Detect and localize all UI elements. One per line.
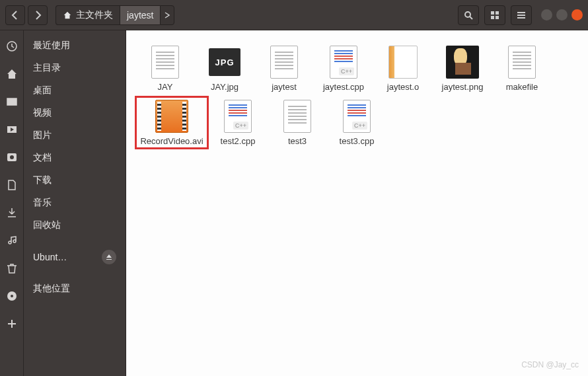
file-item[interactable]: makefile (492, 42, 552, 95)
close-button[interactable] (571, 9, 583, 20)
eject-icon[interactable] (102, 250, 116, 264)
cpp-file-icon (219, 99, 256, 133)
sidebar-item-documents[interactable]: 文档 (24, 147, 126, 169)
downloads-icon[interactable] (5, 206, 18, 219)
breadcrumb-current[interactable]: jaytest (120, 5, 160, 25)
doc-file-icon (279, 99, 316, 133)
breadcrumb-current-label: jaytest (127, 10, 153, 20)
file-name: test3 (288, 136, 307, 147)
file-view[interactable]: JAYJPGJAY.jpgjaytestjaytest.cppjaytest.o… (126, 30, 588, 376)
minimize-button[interactable] (541, 9, 552, 20)
file-item[interactable]: jaytest (254, 42, 314, 95)
file-manager-window: 主文件夹 jaytest (0, 0, 588, 376)
home-icon[interactable] (5, 67, 18, 81)
file-name: jaytest (272, 82, 297, 93)
cpp-file-icon (338, 99, 375, 133)
svg-rect-3 (491, 16, 494, 19)
disc-icon[interactable] (5, 289, 18, 303)
file-item[interactable]: jaytest.o (373, 42, 433, 95)
breadcrumb-home-label: 主文件夹 (76, 9, 113, 21)
file-name: JAY (158, 82, 173, 93)
sidebar: 最近使用 主目录 桌面 视频 图片 文档 下载 音乐 回收站 Ubunt… 其他… (24, 30, 126, 376)
desktop-icon[interactable] (5, 95, 18, 108)
forward-button[interactable] (28, 5, 48, 25)
sidebar-item-desktop[interactable]: 桌面 (24, 79, 126, 102)
music-icon[interactable] (5, 234, 18, 247)
sidebar-item-music[interactable]: 音乐 (24, 192, 126, 214)
svg-rect-4 (496, 16, 499, 19)
file-item[interactable]: test3.cpp (327, 96, 386, 149)
view-grid-button[interactable] (484, 5, 505, 25)
file-item[interactable]: RecordVideo.avi (135, 96, 208, 149)
file-name: test2.cpp (221, 136, 256, 147)
cpp-file-icon (325, 45, 362, 79)
svg-rect-6 (7, 98, 17, 105)
svg-rect-1 (491, 11, 494, 15)
other-places-icon[interactable] (5, 317, 18, 330)
window-controls (541, 9, 583, 20)
sidebar-item-pictures[interactable]: 图片 (24, 124, 126, 147)
titlebar: 主文件夹 jaytest (0, 0, 588, 30)
doc-file-icon (503, 45, 540, 79)
breadcrumb-home[interactable]: 主文件夹 (55, 5, 120, 25)
file-name: test3.cpp (340, 136, 375, 147)
recent-icon[interactable] (5, 40, 18, 53)
png-file-icon (444, 45, 481, 79)
videos-icon[interactable] (5, 123, 18, 136)
sidebar-item-home[interactable]: 主目录 (24, 57, 126, 79)
breadcrumb-expand[interactable] (160, 5, 174, 25)
file-name: jaytest.png (442, 82, 484, 93)
doc-file-icon (147, 45, 184, 79)
file-grid: JAYJPGJAY.jpgjaytestjaytest.cppjaytest.o… (135, 42, 579, 149)
file-name: jaytest.cpp (323, 82, 364, 93)
body: 最近使用 主目录 桌面 视频 图片 文档 下载 音乐 回收站 Ubunt… 其他… (0, 30, 588, 376)
file-item[interactable]: test3 (268, 96, 327, 149)
file-item[interactable]: JAY (135, 42, 195, 95)
file-name: jaytest.o (387, 82, 419, 93)
sidebar-item-downloads[interactable]: 下载 (24, 169, 126, 192)
search-button[interactable] (458, 5, 479, 25)
file-name: RecordVideo.avi (140, 136, 203, 147)
sidebar-item-videos[interactable]: 视频 (24, 102, 126, 124)
file-item[interactable]: test2.cpp (208, 96, 268, 149)
svg-rect-2 (496, 11, 499, 15)
svg-point-0 (465, 12, 470, 17)
file-name: makefile (506, 82, 538, 93)
maximize-button[interactable] (556, 9, 568, 20)
watermark: CSDN @Jay_cc (521, 360, 579, 369)
doc-file-icon (266, 45, 303, 79)
file-item[interactable]: jaytest.png (433, 42, 492, 95)
file-item[interactable]: JPGJAY.jpg (195, 42, 254, 95)
trash-icon[interactable] (5, 262, 18, 275)
menu-button[interactable] (511, 5, 532, 25)
video-file-icon (153, 99, 190, 133)
home-icon (63, 11, 72, 20)
file-item[interactable]: jaytest.cpp (314, 42, 373, 95)
sidebar-item-other[interactable]: 其他位置 (24, 278, 126, 300)
file-name: JAY.jpg (211, 82, 239, 93)
o-file-icon (385, 45, 422, 79)
pictures-icon[interactable] (5, 151, 18, 164)
svg-point-11 (11, 295, 13, 297)
launcher-bar (0, 30, 24, 376)
breadcrumb: 主文件夹 jaytest (55, 5, 174, 25)
svg-point-9 (10, 155, 14, 159)
documents-icon[interactable] (5, 178, 18, 192)
jpg-file-icon: JPG (206, 45, 243, 79)
sidebar-item-trash[interactable]: 回收站 (24, 214, 126, 237)
back-button[interactable] (5, 5, 25, 25)
sidebar-item-recent[interactable]: 最近使用 (24, 34, 126, 57)
sidebar-item-ubuntu[interactable]: Ubunt… (24, 246, 126, 268)
